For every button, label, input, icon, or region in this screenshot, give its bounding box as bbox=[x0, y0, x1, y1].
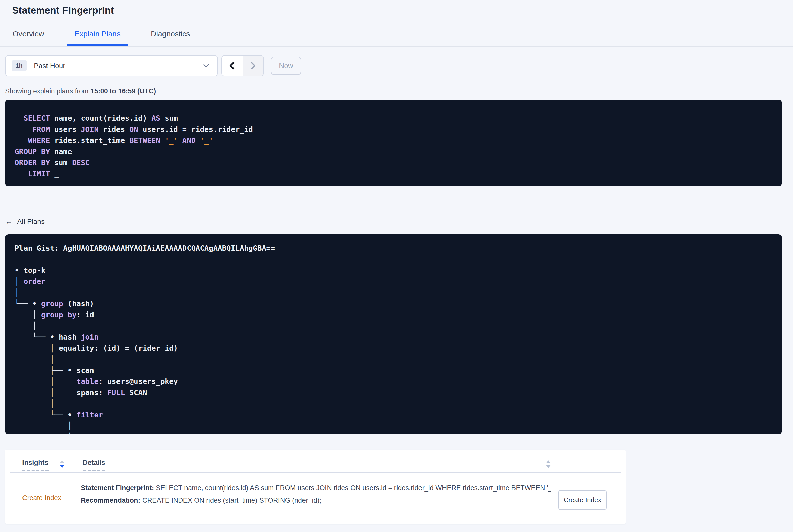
sort-arrows-details-icon[interactable] bbox=[546, 460, 551, 468]
recommendation-line: Recommendation: CREATE INDEX ON rides (s… bbox=[81, 494, 551, 507]
section-divider bbox=[0, 204, 793, 204]
insights-table-header: Insights Details bbox=[17, 459, 613, 471]
column-header-insights[interactable]: Insights bbox=[22, 459, 49, 471]
table-row: Create Index Statement Fingerprint: SELE… bbox=[17, 473, 613, 507]
now-button[interactable]: Now bbox=[271, 57, 301, 75]
sql-statement-block: SELECT name, count(rides.id) AS sum FROM… bbox=[5, 99, 782, 186]
tab-bar: Overview Explain Plans Diagnostics bbox=[0, 24, 793, 47]
time-controls: 1h Past Hour Now bbox=[5, 55, 788, 76]
sort-arrows-insights-icon[interactable] bbox=[60, 460, 65, 468]
showing-plans-text: Showing explain plans from 15:00 to 16:5… bbox=[5, 88, 788, 95]
time-range-select[interactable]: 1h Past Hour bbox=[5, 55, 218, 76]
plan-gist-code: Plan Gist: AgHUAQIABQAAAAHYAQIAiAEAAAADC… bbox=[15, 243, 782, 435]
statement-fingerprint-line: Statement Fingerprint: SELECT name, coun… bbox=[81, 481, 551, 494]
insights-table-card: Insights Details Create Index Statement … bbox=[5, 450, 626, 524]
prev-time-range-button[interactable] bbox=[222, 56, 243, 76]
chevron-right-icon bbox=[250, 62, 257, 70]
page-title: Statement Fingerprint bbox=[12, 4, 793, 17]
create-index-button[interactable]: Create Index bbox=[559, 490, 606, 510]
arrow-left-icon: ← bbox=[5, 217, 13, 225]
column-header-details[interactable]: Details bbox=[83, 459, 106, 471]
tab-diagnostics[interactable]: Diagnostics bbox=[143, 24, 197, 46]
time-range-stepper bbox=[221, 55, 264, 76]
insight-details-cell: Statement Fingerprint: SELECT name, coun… bbox=[81, 480, 613, 507]
chevron-down-icon bbox=[203, 64, 209, 68]
time-range-value: 15:00 to 16:59 (UTC) bbox=[91, 88, 156, 95]
tab-explain-plans[interactable]: Explain Plans bbox=[67, 24, 128, 46]
time-range-label: Past Hour bbox=[34, 62, 65, 70]
statement-fingerprint-page: Statement Fingerprint Overview Explain P… bbox=[0, 0, 793, 532]
chevron-left-icon bbox=[229, 62, 236, 70]
tab-overview[interactable]: Overview bbox=[5, 24, 52, 46]
insight-create-index-link[interactable]: Create Index bbox=[22, 494, 61, 502]
next-time-range-button[interactable] bbox=[243, 56, 263, 76]
all-plans-link[interactable]: ← All Plans bbox=[5, 217, 45, 225]
time-range-badge: 1h bbox=[12, 60, 27, 71]
all-plans-label: All Plans bbox=[17, 217, 45, 225]
sql-code: SELECT name, count(rides.id) AS sum FROM… bbox=[15, 113, 782, 179]
plan-gist-block: Plan Gist: AgHUAQIABQAAAAHYAQIAiAEAAAADC… bbox=[5, 234, 782, 435]
